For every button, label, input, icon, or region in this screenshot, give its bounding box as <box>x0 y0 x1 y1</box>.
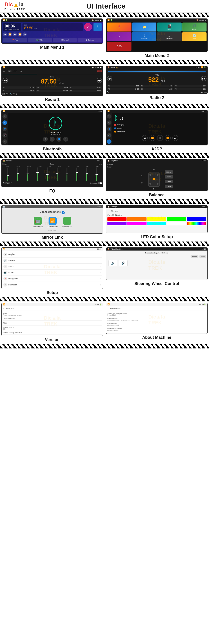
setup-volume[interactable]: 🔊 Volume › <box>2 258 102 264</box>
eq-bar-500Hz[interactable] <box>33 168 42 181</box>
mirror-android-wifi[interactable]: 📶 Android WiFi <box>47 217 58 228</box>
setup-sound[interactable]: ♪ Sound › <box>2 264 102 270</box>
steering-reset-btn[interactable]: RESET <box>191 255 199 258</box>
mirror-android-usb[interactable]: 🤖 Android USB <box>32 217 43 228</box>
balance-front-btn[interactable]: Front <box>165 175 173 178</box>
radio-st[interactable]: ST <box>8 70 11 72</box>
menu1-settings-btn[interactable]: ⚙ Settings <box>77 38 102 42</box>
menu1-navi-btn[interactable]: 📍 Navi <box>3 38 27 42</box>
version-back-icon[interactable]: ← <box>3 307 5 309</box>
sidebar-call-icon[interactable]: 📲 <box>2 133 7 138</box>
led-color-white[interactable] <box>167 222 186 225</box>
radio-pty[interactable]: PTY <box>13 70 18 72</box>
radio-record-icon[interactable]: ⏺ <box>16 93 17 95</box>
version-legal-row[interactable]: Legal information <box>3 317 102 320</box>
led-back-btn[interactable]: ← <box>107 210 110 213</box>
fwd-btn[interactable]: ⏩ <box>18 32 22 36</box>
a2dp-prev-btn[interactable]: ⏮ <box>142 135 148 141</box>
led-color-green[interactable] <box>167 217 186 221</box>
radio2-fm-tab[interactable]: FM <box>204 92 207 93</box>
radio-eq-icon[interactable]: ⚙ <box>13 93 14 95</box>
led-color-magenta[interactable] <box>127 222 146 225</box>
a2dp-person-icon[interactable]: 👤 <box>107 127 111 131</box>
a2dp-next-btn[interactable]: ⏭ <box>172 135 178 141</box>
led-color-violet[interactable] <box>107 222 127 225</box>
steering-save-btn[interactable]: SAVE <box>199 255 206 258</box>
bt-contacts-btn[interactable]: 👥 <box>56 137 61 142</box>
app-music[interactable]: 🎵 Music <box>182 22 207 32</box>
radio-search-icon[interactable]: 🔍 <box>10 93 12 95</box>
eq-bar-60Hz[interactable] <box>3 168 12 181</box>
sidebar-phone-icon[interactable]: 📞 <box>2 114 7 119</box>
a2dp-rew-btn[interactable]: ⏪ <box>149 135 155 141</box>
eq-bar-10K[interactable] <box>72 168 81 181</box>
led-color-yellow[interactable] <box>147 217 166 221</box>
app-disc[interactable]: 💿 Disc <box>182 32 207 41</box>
prev-btn[interactable]: ⏮ <box>3 32 7 36</box>
eq-bar-5K[interactable] <box>62 168 71 181</box>
setup-navigation[interactable]: 📍 Navigation › <box>2 276 102 282</box>
eq-bar-16K[interactable] <box>82 168 91 181</box>
sidebar-grid-icon[interactable]: ⊞ <box>2 120 7 125</box>
led-color-blue[interactable] <box>187 217 206 221</box>
eq-loudness-toggle[interactable] <box>98 182 102 184</box>
eq-bar-200Hz[interactable] <box>23 168 32 181</box>
rew-btn[interactable]: ⏪ <box>8 32 12 36</box>
app-video[interactable]: 🎬 Video <box>157 22 182 32</box>
a2dp-call-icon[interactable]: 📲 <box>107 133 111 138</box>
led-color-cyan[interactable] <box>147 222 166 225</box>
mirror-iphone-wifi[interactable]: iPhone WiFi <box>62 217 72 228</box>
radio2-am-tab[interactable]: AM <box>201 92 203 93</box>
bt-phone-btn[interactable]: 📞 <box>50 137 55 142</box>
eq-preset-btn[interactable]: Flat <box>4 182 10 184</box>
menu1-video-btn[interactable]: 📺 Video <box>28 38 52 42</box>
setup-display[interactable]: 🖥 Display › <box>2 252 102 258</box>
radio2-next-btn[interactable]: ▶▶ <box>201 76 207 81</box>
app-bt-music[interactable]: ♫ BT Music <box>157 32 182 41</box>
a2dp-grid-icon[interactable]: ⊞ <box>107 120 111 125</box>
balance-driver-btn[interactable]: Driver <box>165 170 173 174</box>
app-tone[interactable]: ♪ <box>107 32 131 41</box>
radio-am-tab[interactable]: AM <box>6 93 8 95</box>
mirror-help-icon[interactable]: ? <box>62 211 65 214</box>
steering-key-vol-up[interactable]: 🔊 <box>119 260 128 266</box>
eq-bar-1K[interactable] <box>43 168 52 181</box>
app-navi[interactable]: 📍 <box>107 22 131 32</box>
sidebar-person-icon[interactable]: 👤 <box>2 127 7 131</box>
a2dp-phone-icon[interactable]: 📞 <box>107 114 111 119</box>
eq-bar-2.5K[interactable] <box>53 168 62 181</box>
bt-disconnect-btn[interactable]: ✕ <box>63 137 68 142</box>
play-btn[interactable]: ▶ <box>13 32 17 36</box>
balance-rear-btn[interactable]: Rear <box>165 184 173 188</box>
eq-bar-SUB[interactable] <box>92 168 101 181</box>
balance-down-arrow[interactable]: ▼ <box>140 182 143 184</box>
balance-up-arrow[interactable]: ▲ <box>140 174 143 177</box>
radio-af[interactable]: AF <box>2 70 6 72</box>
eq-arrow-right[interactable]: ▶ <box>11 182 12 184</box>
radio-prev-btn[interactable]: ◀◀ <box>2 78 8 83</box>
radio-ta[interactable]: TA <box>19 70 23 72</box>
led-color-rainbow[interactable] <box>187 222 206 225</box>
radio2-prev-btn[interactable]: ◀◀ <box>107 76 112 81</box>
a2dp-music-icon[interactable]: ♫ <box>107 139 111 144</box>
a2dp-fwd-btn[interactable]: ⏩ <box>165 135 171 141</box>
version-status-row[interactable]: Status Phone number, signal, etc. <box>3 312 102 317</box>
steering-key-vol-down[interactable]: 🔉 <box>108 260 117 266</box>
led-color-orange[interactable] <box>127 217 146 221</box>
eq-arrow-left[interactable]: ◀ <box>2 182 3 184</box>
radio-fm-tab[interactable]: FM <box>2 93 5 95</box>
sidebar-music-icon[interactable]: ♫ <box>2 139 7 144</box>
led-color-red[interactable] <box>107 217 127 221</box>
app-files[interactable]: 📁 <box>132 22 157 32</box>
radio-next-btn[interactable]: ▶▶ <box>97 78 102 83</box>
about-back-icon[interactable]: ← <box>107 307 109 309</box>
radio2-search-icon[interactable]: 🔍 <box>107 91 109 93</box>
next-btn[interactable]: ⏭ <box>23 32 27 36</box>
app-bluetooth[interactable]: ᛒ Bluetooth <box>132 32 157 41</box>
a2dp-play-btn[interactable]: ⏸ <box>157 135 163 141</box>
menu1-bluetooth-btn[interactable]: ᛒ Bluetooth <box>53 38 77 42</box>
eq-bar-100Hz[interactable] <box>13 168 22 181</box>
balance-user-btn[interactable]: User <box>165 180 173 183</box>
setup-bluetooth[interactable]: ᛒ Bluetooth › <box>2 282 102 288</box>
app-obd[interactable]: OBD <box>107 42 131 51</box>
